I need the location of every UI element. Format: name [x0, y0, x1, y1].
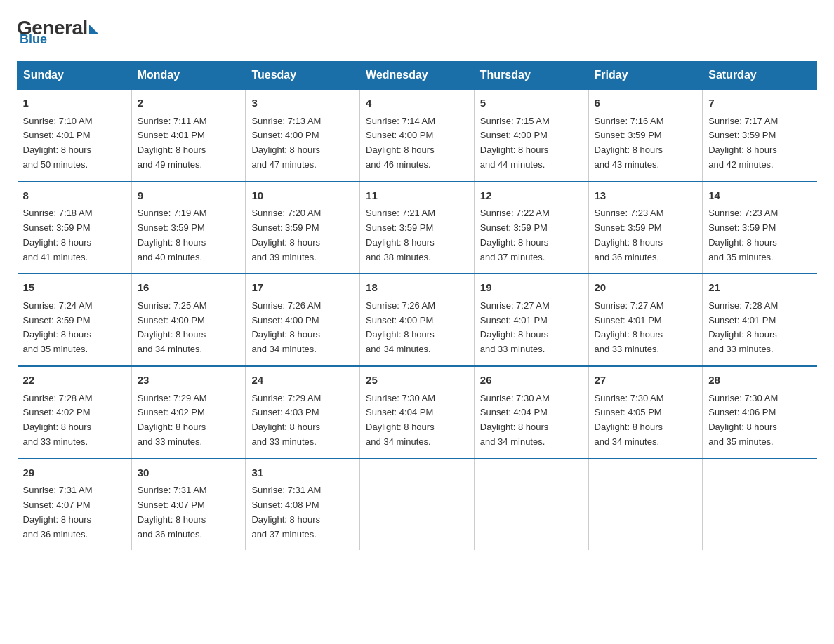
day-number: 9 — [138, 188, 240, 204]
week-row-2: 8 Sunrise: 7:18 AMSunset: 3:59 PMDayligh… — [18, 182, 817, 274]
calendar-cell: 5 Sunrise: 7:15 AMSunset: 4:00 PMDayligh… — [474, 89, 588, 182]
calendar-cell: 16 Sunrise: 7:25 AMSunset: 4:00 PMDaylig… — [131, 274, 246, 366]
calendar-cell: 14 Sunrise: 7:23 AMSunset: 3:59 PMDaylig… — [703, 182, 817, 274]
day-info: Sunrise: 7:22 AMSunset: 3:59 PMDaylight:… — [480, 208, 550, 262]
day-info: Sunrise: 7:23 AMSunset: 3:59 PMDaylight:… — [595, 208, 664, 262]
day-info: Sunrise: 7:27 AMSunset: 4:01 PMDaylight:… — [595, 300, 664, 354]
calendar-cell — [474, 459, 588, 551]
calendar-cell: 26 Sunrise: 7:30 AMSunset: 4:04 PMDaylig… — [474, 366, 588, 459]
day-info: Sunrise: 7:28 AMSunset: 4:01 PMDaylight:… — [708, 300, 778, 354]
calendar-cell: 19 Sunrise: 7:27 AMSunset: 4:01 PMDaylig… — [474, 274, 588, 366]
day-number: 1 — [23, 95, 126, 112]
day-info: Sunrise: 7:30 AMSunset: 4:04 PMDaylight:… — [480, 393, 550, 447]
calendar-cell: 20 Sunrise: 7:27 AMSunset: 4:01 PMDaylig… — [588, 274, 703, 366]
day-number: 5 — [480, 95, 583, 112]
day-info: Sunrise: 7:26 AMSunset: 4:00 PMDaylight:… — [251, 300, 321, 354]
calendar-cell: 17 Sunrise: 7:26 AMSunset: 4:00 PMDaylig… — [246, 274, 360, 366]
day-number: 13 — [595, 188, 697, 204]
header-cell-tuesday: Tuesday — [246, 62, 360, 90]
calendar-cell: 28 Sunrise: 7:30 AMSunset: 4:06 PMDaylig… — [703, 366, 817, 459]
calendar-cell: 4 Sunrise: 7:14 AMSunset: 4:00 PMDayligh… — [360, 89, 475, 182]
calendar-cell: 3 Sunrise: 7:13 AMSunset: 4:00 PMDayligh… — [246, 89, 360, 182]
header-cell-friday: Friday — [588, 62, 703, 90]
week-row-1: 1 Sunrise: 7:10 AMSunset: 4:01 PMDayligh… — [18, 89, 817, 182]
day-info: Sunrise: 7:28 AMSunset: 4:02 PMDaylight:… — [23, 393, 93, 447]
calendar-cell: 8 Sunrise: 7:18 AMSunset: 3:59 PMDayligh… — [18, 182, 132, 274]
day-number: 21 — [708, 280, 811, 296]
header-cell-saturday: Saturday — [703, 62, 817, 90]
day-number: 8 — [23, 188, 126, 204]
day-number: 18 — [366, 280, 468, 296]
calendar-table: SundayMondayTuesdayWednesdayThursdayFrid… — [17, 61, 817, 550]
calendar-cell: 29 Sunrise: 7:31 AMSunset: 4:07 PMDaylig… — [18, 459, 132, 551]
logo-arrow-icon — [89, 25, 99, 34]
calendar-cell: 11 Sunrise: 7:21 AMSunset: 3:59 PMDaylig… — [360, 182, 475, 274]
day-info: Sunrise: 7:11 AMSunset: 4:01 PMDaylight:… — [138, 116, 207, 170]
calendar-cell: 12 Sunrise: 7:22 AMSunset: 3:59 PMDaylig… — [474, 182, 588, 274]
header-cell-thursday: Thursday — [474, 62, 588, 90]
calendar-cell: 1 Sunrise: 7:10 AMSunset: 4:01 PMDayligh… — [18, 89, 132, 182]
calendar-cell: 31 Sunrise: 7:31 AMSunset: 4:08 PMDaylig… — [246, 459, 360, 551]
day-info: Sunrise: 7:10 AMSunset: 4:01 PMDaylight:… — [23, 116, 93, 170]
day-info: Sunrise: 7:31 AMSunset: 4:07 PMDaylight:… — [138, 485, 207, 539]
day-info: Sunrise: 7:31 AMSunset: 4:07 PMDaylight:… — [23, 485, 93, 539]
page-header: General Blue — [17, 17, 817, 47]
calendar-body: 1 Sunrise: 7:10 AMSunset: 4:01 PMDayligh… — [18, 89, 817, 550]
day-number: 19 — [480, 280, 583, 296]
calendar-cell: 18 Sunrise: 7:26 AMSunset: 4:00 PMDaylig… — [360, 274, 475, 366]
day-info: Sunrise: 7:30 AMSunset: 4:04 PMDaylight:… — [366, 393, 435, 447]
day-info: Sunrise: 7:16 AMSunset: 3:59 PMDaylight:… — [595, 116, 664, 170]
day-number: 26 — [480, 373, 583, 389]
calendar-cell: 10 Sunrise: 7:20 AMSunset: 3:59 PMDaylig… — [246, 182, 360, 274]
day-number: 23 — [138, 373, 240, 389]
day-number: 31 — [251, 465, 354, 481]
day-number: 7 — [708, 95, 811, 112]
logo-blue-text: Blue — [20, 32, 47, 47]
calendar-cell: 7 Sunrise: 7:17 AMSunset: 3:59 PMDayligh… — [703, 89, 817, 182]
calendar-cell: 22 Sunrise: 7:28 AMSunset: 4:02 PMDaylig… — [18, 366, 132, 459]
day-info: Sunrise: 7:31 AMSunset: 4:08 PMDaylight:… — [251, 485, 321, 539]
calendar-cell: 25 Sunrise: 7:30 AMSunset: 4:04 PMDaylig… — [360, 366, 475, 459]
day-info: Sunrise: 7:29 AMSunset: 4:02 PMDaylight:… — [138, 393, 207, 447]
calendar-cell: 27 Sunrise: 7:30 AMSunset: 4:05 PMDaylig… — [588, 366, 703, 459]
day-info: Sunrise: 7:21 AMSunset: 3:59 PMDaylight:… — [366, 208, 435, 262]
day-info: Sunrise: 7:17 AMSunset: 3:59 PMDaylight:… — [708, 116, 778, 170]
week-row-3: 15 Sunrise: 7:24 AMSunset: 3:59 PMDaylig… — [18, 274, 817, 366]
calendar-cell — [703, 459, 817, 551]
day-number: 17 — [251, 280, 354, 296]
day-number: 14 — [708, 188, 811, 204]
header-cell-sunday: Sunday — [18, 62, 132, 90]
header-row: SundayMondayTuesdayWednesdayThursdayFrid… — [18, 62, 817, 90]
day-info: Sunrise: 7:27 AMSunset: 4:01 PMDaylight:… — [480, 300, 550, 354]
day-info: Sunrise: 7:19 AMSunset: 3:59 PMDaylight:… — [138, 208, 207, 262]
day-info: Sunrise: 7:25 AMSunset: 4:00 PMDaylight:… — [138, 300, 207, 354]
calendar-cell: 23 Sunrise: 7:29 AMSunset: 4:02 PMDaylig… — [131, 366, 246, 459]
calendar-header: SundayMondayTuesdayWednesdayThursdayFrid… — [18, 62, 817, 90]
day-info: Sunrise: 7:30 AMSunset: 4:06 PMDaylight:… — [708, 393, 778, 447]
week-row-4: 22 Sunrise: 7:28 AMSunset: 4:02 PMDaylig… — [18, 366, 817, 459]
header-cell-monday: Monday — [131, 62, 246, 90]
day-number: 28 — [708, 373, 811, 389]
day-number: 2 — [138, 95, 240, 112]
day-info: Sunrise: 7:24 AMSunset: 3:59 PMDaylight:… — [23, 300, 93, 354]
calendar-cell: 21 Sunrise: 7:28 AMSunset: 4:01 PMDaylig… — [703, 274, 817, 366]
day-number: 24 — [251, 373, 354, 389]
day-number: 4 — [366, 95, 468, 112]
calendar-cell: 6 Sunrise: 7:16 AMSunset: 3:59 PMDayligh… — [588, 89, 703, 182]
day-info: Sunrise: 7:15 AMSunset: 4:00 PMDaylight:… — [480, 116, 550, 170]
day-info: Sunrise: 7:30 AMSunset: 4:05 PMDaylight:… — [595, 393, 664, 447]
day-number: 12 — [480, 188, 583, 204]
day-number: 6 — [595, 95, 697, 112]
calendar-cell: 30 Sunrise: 7:31 AMSunset: 4:07 PMDaylig… — [131, 459, 246, 551]
day-number: 27 — [595, 373, 697, 389]
day-number: 3 — [251, 95, 354, 112]
day-number: 30 — [138, 465, 240, 481]
day-info: Sunrise: 7:29 AMSunset: 4:03 PMDaylight:… — [251, 393, 321, 447]
calendar-cell: 13 Sunrise: 7:23 AMSunset: 3:59 PMDaylig… — [588, 182, 703, 274]
logo: General Blue — [17, 17, 99, 47]
day-number: 29 — [23, 465, 126, 481]
header-cell-wednesday: Wednesday — [360, 62, 475, 90]
day-number: 16 — [138, 280, 240, 296]
day-number: 15 — [23, 280, 126, 296]
day-info: Sunrise: 7:14 AMSunset: 4:00 PMDaylight:… — [366, 116, 435, 170]
